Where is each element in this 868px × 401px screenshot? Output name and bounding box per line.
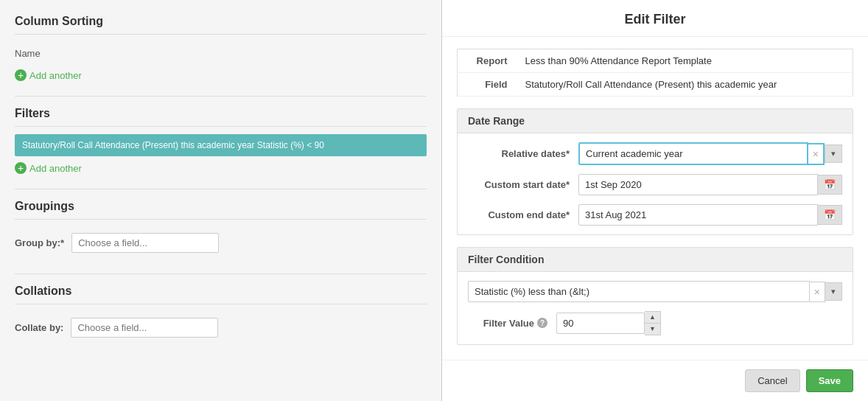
add-another-1-label: Add another [29, 70, 82, 81]
group-by-input[interactable] [71, 233, 219, 253]
column-sorting-section: Column Sorting Name + Add another [15, 15, 427, 81]
modal-header: Edit Filter [442, 0, 868, 37]
filters-title: Filters [15, 107, 427, 127]
collate-by-row: Collate by: [15, 312, 427, 344]
active-filter[interactable]: Statutory/Roll Call Attendance (Present)… [15, 134, 427, 156]
fc-clear-icon: × [814, 286, 820, 298]
custom-end-control: 📅 [578, 204, 842, 226]
filter-value-input[interactable] [556, 313, 645, 334]
groupings-section: Groupings Group by:* [15, 200, 427, 259]
relative-dates-select[interactable]: Current academic year [578, 142, 808, 165]
help-icon[interactable]: ? [537, 318, 547, 328]
relative-dates-row: Relative dates* Current academic year × … [468, 142, 842, 165]
save-button[interactable]: Save [806, 369, 853, 392]
relative-dates-dropdown-button[interactable]: ▾ [825, 144, 842, 163]
date-range-header: Date Range [458, 109, 853, 133]
divider-1 [15, 96, 427, 97]
fc-dropdown-icon: ▾ [831, 287, 836, 296]
collate-by-label: Collate by: [15, 322, 63, 333]
column-sorting-title: Column Sorting [15, 15, 427, 35]
date-range-body: Relative dates* Current academic year × … [458, 133, 853, 234]
divider-3 [15, 273, 427, 274]
group-by-row: Group by:* [15, 227, 427, 259]
report-row: Report Less than 90% Attendance Report T… [458, 49, 853, 73]
plus-icon-1: + [15, 69, 27, 81]
filter-condition-card: Filter Condition Statistic (%) less than… [457, 247, 853, 345]
modal-title: Edit Filter [457, 12, 853, 27]
calendar-icon-1: 📅 [824, 179, 836, 190]
cancel-button[interactable]: Cancel [745, 369, 799, 392]
divider-2 [15, 189, 427, 189]
filter-condition-dropdown-button[interactable]: ▾ [825, 282, 842, 301]
plus-icon-2: + [15, 162, 27, 174]
groupings-title: Groupings [15, 200, 427, 220]
field-label: Field [458, 73, 517, 97]
custom-end-label: Custom end date* [468, 209, 578, 220]
add-another-2-label: Add another [29, 163, 82, 174]
field-row: Field Statutory/Roll Call Attendance (Pr… [458, 73, 853, 97]
stepper-down-button[interactable]: ▼ [645, 324, 660, 335]
collations-title: Collations [15, 285, 427, 304]
info-table: Report Less than 90% Attendance Report T… [457, 49, 853, 97]
report-label: Report [458, 49, 517, 73]
filter-value-label-wrap: Filter Value ? [468, 318, 556, 329]
custom-start-label: Custom start date* [468, 179, 578, 190]
collations-section: Collations Collate by: [15, 285, 427, 344]
field-value: Statutory/Roll Call Attendance (Present)… [517, 73, 853, 97]
custom-start-control: 📅 [578, 174, 842, 195]
filter-value-row: Filter Value ? ▲ ▼ [468, 311, 842, 335]
filter-condition-clear-button[interactable]: × [810, 282, 825, 302]
relative-dates-control: Current academic year × ▾ [578, 142, 842, 165]
dropdown-icon: ▾ [831, 149, 836, 158]
stepper-up-button[interactable]: ▲ [645, 312, 660, 324]
custom-start-row: Custom start date* 📅 [468, 174, 842, 195]
filter-condition-header: Filter Condition [458, 248, 853, 272]
name-field: Name [15, 42, 427, 65]
report-value: Less than 90% Attendance Report Template [517, 49, 853, 73]
clear-icon: × [813, 148, 819, 160]
date-range-card: Date Range Relative dates* Current acade… [457, 108, 853, 235]
relative-dates-label: Relative dates* [468, 148, 578, 159]
custom-start-input[interactable] [578, 174, 818, 195]
custom-end-input[interactable] [578, 204, 818, 226]
custom-start-calendar-button[interactable]: 📅 [818, 175, 842, 195]
filter-value-text: Filter Value [483, 318, 534, 329]
calendar-icon-2: 📅 [824, 209, 836, 220]
group-by-label: Group by:* [15, 237, 64, 248]
right-panel: Edit Filter Report Less than 90% Attenda… [442, 0, 868, 401]
filter-condition-select-row: Statistic (%) less than (&lt;) × ▾ [468, 281, 842, 302]
filters-section: Filters Statutory/Roll Call Attendance (… [15, 107, 427, 174]
collate-by-input[interactable] [71, 318, 218, 338]
add-another-1-button[interactable]: + Add another [15, 69, 427, 81]
add-another-2-button[interactable]: + Add another [15, 162, 427, 174]
relative-dates-clear-button[interactable]: × [808, 143, 825, 165]
filter-condition-select[interactable]: Statistic (%) less than (&lt;) [468, 281, 810, 302]
custom-end-calendar-button[interactable]: 📅 [818, 205, 842, 225]
left-panel: Column Sorting Name + Add another Filter… [0, 0, 442, 401]
stepper-buttons: ▲ ▼ [645, 311, 661, 335]
modal-body: Report Less than 90% Attendance Report T… [442, 37, 868, 360]
modal-footer: Cancel Save [442, 360, 868, 401]
filter-condition-body: Statistic (%) less than (&lt;) × ▾ Filte… [458, 272, 853, 344]
custom-end-row: Custom end date* 📅 [468, 204, 842, 226]
